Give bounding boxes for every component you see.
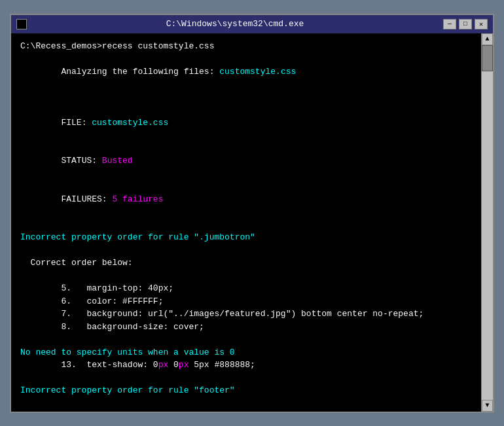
- analyzing-file: customstyle.css: [219, 67, 296, 77]
- empty-line6: [20, 372, 472, 385]
- correct-order1: Correct order below:: [20, 257, 472, 270]
- status-value: Busted: [102, 156, 133, 166]
- failures-line: FAILURES: 5 failures: [20, 180, 472, 219]
- scrollbar[interactable]: ▲ ▼: [481, 33, 493, 412]
- empty-line5: [20, 333, 472, 346]
- code-line2: 6. color: #FFFFFF;: [20, 295, 472, 308]
- close-button[interactable]: ✕: [475, 19, 488, 29]
- cmd-icon: [16, 19, 27, 29]
- empty-line7: [20, 397, 472, 410]
- scroll-down-button[interactable]: ▼: [482, 400, 493, 412]
- analyzing-line: Analyzing the following files: customsty…: [20, 52, 472, 91]
- minimize-button[interactable]: —: [443, 19, 456, 29]
- scroll-thumb[interactable]: [482, 45, 493, 71]
- file-line: FILE: customstyle.css: [20, 103, 472, 142]
- empty-line2: [20, 219, 472, 232]
- code-line4: 8. background-size: cover;: [20, 321, 472, 334]
- analyzing-text: Analyzing the following files:: [61, 67, 219, 77]
- titlebar: C:\Windows\system32\cmd.exe — □ ✕: [11, 15, 493, 33]
- maximize-button[interactable]: □: [459, 19, 472, 29]
- window-title: C:\Windows\system32\cmd.exe: [27, 19, 443, 29]
- failures-value: 5 failures: [112, 194, 163, 204]
- scroll-up-button[interactable]: ▲: [482, 33, 493, 45]
- correct-order2: Correct order below:: [20, 410, 472, 412]
- empty-line3: [20, 244, 472, 257]
- empty-line: [20, 91, 472, 104]
- error1-text: Incorrect property order for rule ".jumb…: [20, 231, 472, 244]
- file-value: customstyle.css: [92, 118, 168, 128]
- content-area: C:\Recess_demos>recess customstyle.css A…: [11, 33, 493, 412]
- failures-label: FAILURES:: [61, 194, 112, 204]
- warning1-text: No need to specify units when a value is…: [20, 346, 472, 359]
- code-line1: 5. margin-top: 40px;: [20, 282, 472, 295]
- scroll-track: [482, 45, 493, 400]
- window-controls: — □ ✕: [443, 19, 488, 29]
- error2-text: Incorrect property order for rule "foote…: [20, 384, 472, 397]
- code-line3: 7. background: url("../images/featured.j…: [20, 308, 472, 321]
- file-label: FILE:: [61, 118, 92, 128]
- terminal-output[interactable]: C:\Recess_demos>recess customstyle.css A…: [11, 33, 481, 412]
- status-line: STATUS: Busted: [20, 142, 472, 181]
- empty-line4: [20, 270, 472, 283]
- command-line: C:\Recess_demos>recess customstyle.css: [20, 40, 472, 53]
- status-label: STATUS:: [61, 156, 101, 166]
- cmd-window: C:\Windows\system32\cmd.exe — □ ✕ C:\Rec…: [10, 14, 494, 413]
- warning1-line: 13. text-shadow: 0px 0px 5px #888888;: [20, 359, 472, 372]
